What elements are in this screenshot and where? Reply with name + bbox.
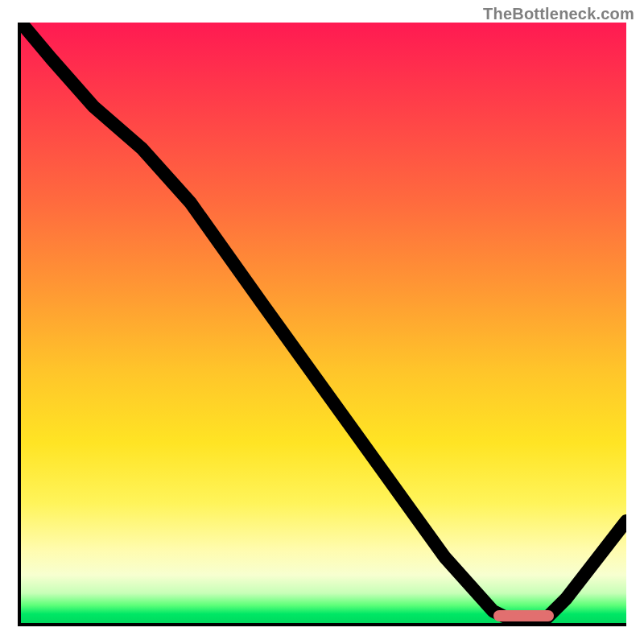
optimal-range-marker [493, 610, 554, 621]
curve-path [21, 23, 626, 623]
chart-axes [18, 23, 626, 626]
bottleneck-curve [21, 23, 626, 623]
attribution-label: TheBottleneck.com [483, 5, 634, 23]
chart-plot-area [21, 23, 626, 623]
